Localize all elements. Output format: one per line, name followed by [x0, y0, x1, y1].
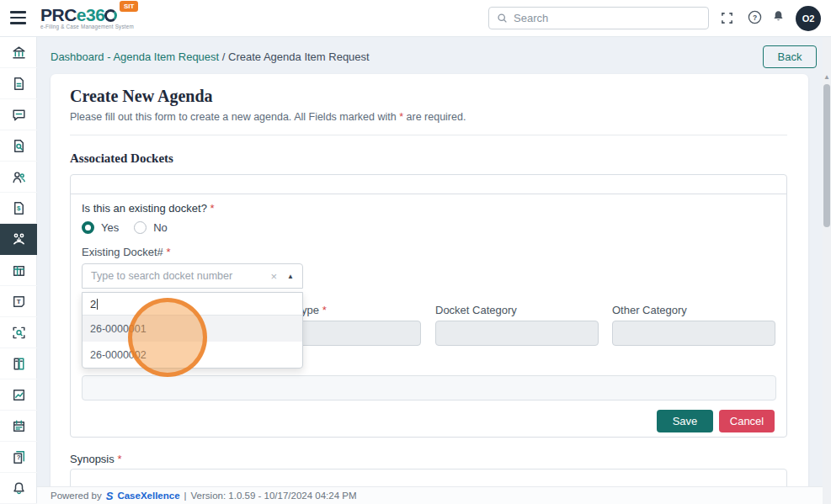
scan-search-icon [11, 325, 27, 341]
note-t-icon: T [11, 294, 27, 310]
document-question-icon: ? [11, 449, 27, 465]
bell-icon [11, 480, 27, 496]
sidebar-item-chat[interactable] [0, 99, 37, 130]
section-heading: Associated Dockets [70, 151, 173, 166]
breadcrumb-current: Create Agenda Item Request [228, 50, 370, 63]
user-avatar[interactable]: O2 [796, 6, 821, 31]
billing-document-icon: $ [11, 200, 27, 216]
required-asterisk: * [117, 453, 121, 465]
logo-text-primary: PRC [40, 5, 77, 24]
required-asterisk: * [166, 246, 170, 258]
logo-orb-icon [104, 9, 117, 22]
svg-text:?: ? [16, 454, 20, 461]
chat-icon [11, 107, 27, 123]
casexellence-logo-icon: S [106, 490, 114, 502]
sidebar-item-scan-search[interactable] [0, 317, 37, 348]
logo-tagline: e-Filing & Case Management System [40, 24, 134, 29]
scrollbar-thumb[interactable] [823, 84, 830, 227]
back-button[interactable]: Back [763, 45, 817, 68]
page-title: Create New Agenda [70, 87, 213, 106]
sidebar-item-bank[interactable] [0, 37, 37, 68]
footer: Powered by SCaseXellence | Version: 1.0.… [37, 486, 823, 504]
radio-yes-label[interactable]: Yes [101, 221, 119, 234]
svg-text:T: T [16, 298, 20, 305]
fullscreen-icon[interactable] [721, 12, 733, 24]
hamburger-menu-icon[interactable] [10, 11, 26, 24]
cancel-button[interactable]: Cancel [719, 410, 775, 432]
dropdown-query-text: 2 [90, 298, 96, 310]
docket-category-input[interactable] [435, 321, 599, 346]
svg-text:?: ? [753, 13, 757, 22]
search-placeholder: Search [514, 12, 548, 24]
dropdown-option[interactable]: 26-0000001 [83, 316, 302, 342]
casexellence-brand-link[interactable]: CaseXellence [117, 491, 179, 501]
scrollbar-up-arrow[interactable]: ▲ [823, 74, 830, 81]
dropdown-search-input[interactable]: 2 [83, 293, 302, 316]
logo-text-accent: e36 [77, 5, 105, 24]
subtitle-text-suffix: are required. [403, 111, 466, 123]
text-cursor [97, 299, 98, 310]
other-category-input[interactable] [612, 321, 775, 346]
search-icon [497, 13, 508, 24]
powered-by-text: Powered by [51, 491, 102, 501]
document-icon [11, 76, 27, 92]
clear-icon[interactable]: × [270, 270, 277, 283]
app-window: PRCe36 e-Filing & Case Management System… [0, 0, 831, 504]
docket-dropdown-panel: 2 26-0000001 26-0000002 [82, 292, 303, 369]
docket-search-select[interactable]: Type to search docket number × ▲ [82, 263, 303, 289]
sidebar-item-users[interactable] [0, 162, 37, 193]
dropdown-option[interactable]: 26-0000002 [83, 342, 302, 368]
users-icon [11, 169, 27, 185]
calendar-icon [11, 418, 27, 434]
question-text: Is this an existing docket? [82, 202, 207, 215]
sidebar-item-building-grid[interactable] [0, 255, 37, 286]
docket-select-placeholder: Type to search docket number [91, 270, 270, 282]
existing-docket-number-label: Existing Docket# * [82, 246, 171, 258]
radio-yes[interactable] [82, 221, 94, 234]
panel-header-strip [71, 175, 786, 194]
docket-description-input[interactable] [82, 375, 776, 401]
sidebar-item-chart[interactable] [0, 379, 37, 411]
radio-no[interactable] [134, 221, 146, 234]
svg-text:$: $ [16, 204, 20, 212]
existing-docket-question-label: Is this an existing docket? * [82, 202, 215, 215]
sidebar-item-document-question[interactable]: ? [0, 442, 37, 473]
top-header: PRCe36 e-Filing & Case Management System… [0, 0, 831, 37]
sidebar-item-document-search[interactable] [0, 130, 37, 162]
help-icon[interactable]: ? [748, 10, 762, 24]
notification-bell-icon[interactable] [771, 9, 786, 24]
global-search-input[interactable]: Search [488, 7, 709, 29]
divider [70, 135, 787, 135]
version-text: Version: 1.0.59 - 10/17/2024 04:24 PM [191, 491, 357, 501]
sidebar-nav: $T? [0, 37, 37, 504]
breadcrumb-separator: / [219, 50, 228, 63]
sidebar-item-billing-document[interactable]: $ [0, 193, 37, 224]
synopsis-label: Synopsis * [70, 453, 121, 465]
agenda-committee-icon [11, 231, 27, 247]
other-category-label: Other Category [612, 304, 687, 316]
sidebar-item-book[interactable] [0, 348, 37, 379]
existing-docket-radio-group: Yes No [82, 221, 168, 234]
sidebar-item-document[interactable] [0, 68, 37, 99]
sidebar-item-note-t[interactable]: T [0, 286, 37, 317]
bank-icon [11, 45, 27, 61]
sidebar-item-calendar[interactable] [0, 411, 37, 442]
building-grid-icon [11, 263, 27, 279]
footer-divider: | [184, 491, 187, 501]
caret-up-icon[interactable]: ▲ [287, 273, 294, 280]
radio-no-label[interactable]: No [153, 221, 168, 234]
breadcrumb-link[interactable]: Dashboard - Agenda Item Request [51, 50, 219, 63]
sidebar-item-agenda-committee[interactable] [0, 224, 37, 255]
label-text: Synopsis [70, 453, 115, 465]
required-asterisk: * [322, 304, 327, 316]
form-subtitle: Please fill out this form to create a ne… [70, 111, 466, 123]
sidebar-item-bell[interactable] [0, 473, 37, 504]
docket-category-label: Docket Category [435, 304, 517, 316]
breadcrumb: Dashboard - Agenda Item Request / Create… [51, 50, 370, 63]
label-text: Existing Docket# [82, 246, 163, 258]
book-icon [11, 356, 27, 372]
subtitle-text: Please fill out this form to create a ne… [70, 111, 399, 123]
environment-badge: SIT [120, 1, 138, 12]
save-button[interactable]: Save [657, 410, 713, 432]
required-asterisk: * [210, 202, 214, 215]
